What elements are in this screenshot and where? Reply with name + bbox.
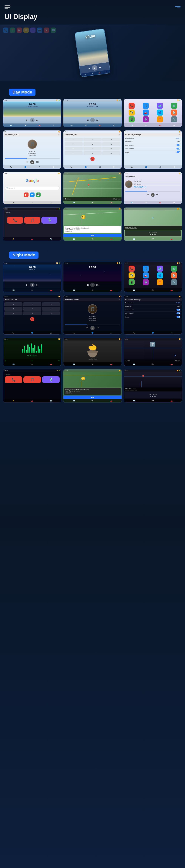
nav-n7[interactable]: 🗺 (91, 238, 93, 240)
eq-btn-next[interactable]: ⏭ (58, 360, 60, 362)
nav-a4[interactable]: 🎵 (159, 166, 161, 168)
app-extra1[interactable]: 📡 (171, 110, 177, 116)
prev-btn-day1[interactable]: ⏮ (26, 119, 28, 121)
app-phone-night[interactable]: 📞 (129, 266, 135, 272)
app-music[interactable]: 🎵 (143, 103, 149, 109)
app-extra3-night[interactable]: 🎙️ (143, 279, 149, 285)
nav-n-n6[interactable]: 🔵 (152, 332, 154, 334)
track-1[interactable]: 华乐_01.mp3 (134, 180, 181, 183)
app-waze[interactable]: 🗺️ (157, 103, 163, 109)
nav-a-n1[interactable]: 🚗 (50, 289, 52, 291)
btn-7[interactable]: 7 (64, 147, 83, 150)
play-btn-day2[interactable]: ⏸ (90, 118, 95, 122)
nav-n5[interactable]: 🗺 (145, 202, 147, 204)
nav-i3[interactable]: ⚙ (113, 166, 114, 168)
prev-night2[interactable]: ⏮ (86, 284, 89, 286)
app-extra4[interactable]: 📍 (157, 116, 163, 122)
nav-e-n4[interactable]: 📞 (12, 332, 14, 334)
app-settings[interactable]: ⚙️ (171, 103, 177, 109)
end-call-btn[interactable]: 📞 (90, 157, 95, 161)
app-settings-night[interactable]: ⚙️ (171, 266, 177, 272)
app-voicecar[interactable]: 🚗 (143, 110, 149, 116)
bottom-nav-email[interactable]: 📧 (84, 74, 86, 75)
nav-e-n9[interactable]: 📧 (133, 363, 135, 365)
setting-auto-connect-night[interactable]: Auto connect (124, 312, 182, 315)
setting-power-night[interactable]: Power (124, 315, 182, 319)
nav-i4[interactable]: ⚙ (174, 166, 175, 168)
prev-btn-day2[interactable]: ⏮ (86, 119, 89, 121)
play-night1[interactable]: ⏸ (30, 283, 34, 287)
nav-back2[interactable]: 📧 (73, 202, 75, 204)
nav-email2[interactable]: 📧 (71, 124, 73, 126)
nav-back[interactable]: ◀ (13, 202, 14, 204)
google-app-youtube[interactable]: ▶ (24, 192, 28, 197)
next-btn[interactable]: ⏭ (99, 66, 102, 69)
track-3[interactable]: 华乐_03_近距离.mp3 (134, 186, 181, 188)
nav-a-n2[interactable]: 🚗 (110, 289, 112, 291)
nav-i5[interactable]: ⚙ (173, 202, 175, 204)
app-waze-night[interactable]: 🗺️ (157, 266, 163, 272)
nav-e7[interactable]: 📧 (73, 238, 75, 240)
nav-n-n9[interactable]: 🗺 (152, 363, 154, 365)
go-button[interactable]: GO (63, 234, 122, 237)
nav-a-n6[interactable]: 🎵 (171, 332, 173, 334)
nav-e2[interactable]: 📞 (10, 166, 12, 168)
btn-star[interactable]: * (64, 151, 83, 155)
carplay-music[interactable]: 🎵 (24, 217, 40, 224)
carplay-night-music[interactable]: 🎵 (23, 376, 41, 383)
btn-0[interactable]: 0 (83, 151, 102, 155)
btn-n1[interactable]: 1 (4, 302, 23, 306)
play-bt[interactable]: ▶ (30, 160, 34, 164)
end-call-night[interactable]: 📞 (30, 317, 34, 321)
nav-e-n7[interactable]: 📧 (12, 363, 15, 365)
next-notplay-night[interactable]: ⏭ (154, 396, 156, 397)
prev-bt[interactable]: ⏮ (26, 160, 28, 164)
nav-e4[interactable]: 📞 (131, 166, 133, 168)
nav-e-n10[interactable]: ⚡ (12, 400, 14, 402)
setting-auto-answer[interactable]: Auto answer (124, 143, 182, 147)
setting-auto-connect[interactable]: Auto connect (124, 147, 182, 150)
play-notplay-night[interactable]: ▶ (152, 396, 153, 397)
nav-e-n5[interactable]: 📞 (73, 332, 75, 334)
nav-e-n6[interactable]: 📞 (133, 332, 135, 334)
nav-e-n8[interactable]: 📧 (73, 363, 75, 365)
prev-local[interactable]: ⏮ (147, 193, 149, 197)
nav-e1[interactable]: 📧 (131, 124, 133, 126)
setting-power[interactable]: Power (124, 150, 182, 154)
carplay-night-phone[interactable]: 📞 (5, 376, 22, 383)
carplay-phone[interactable]: 📞 (7, 217, 23, 224)
prev-bt-night[interactable]: ⏮ (86, 326, 88, 330)
nav-a2[interactable]: 🎵 (38, 166, 41, 168)
prev-notplay-night[interactable]: ⏮ (150, 396, 151, 397)
btn-2[interactable]: 2 (83, 137, 102, 142)
nav-n-n8[interactable]: 🗺 (91, 363, 93, 365)
bottom-nav-info[interactable]: ℹ (106, 71, 106, 72)
next-bt[interactable]: ⏭ (36, 160, 39, 164)
btn-n5[interactable]: 5 (23, 307, 41, 311)
next-night2[interactable]: ⏭ (96, 284, 99, 286)
menu-icon[interactable] (4, 3, 12, 11)
eq-btn-play[interactable]: ▶ (32, 360, 33, 362)
nav-n-n3[interactable]: 🗺 (152, 289, 154, 291)
nav-a5[interactable]: 🚗 (159, 202, 161, 204)
bottom-nav-auto[interactable]: 🚗 (98, 72, 100, 73)
nav-n-n12[interactable]: 🗺 (152, 400, 154, 402)
nav-n3[interactable]: 🔵 (85, 166, 87, 168)
nav-e8[interactable]: 📧 (133, 238, 135, 240)
google-search-bar[interactable]: 🔍 Search... (5, 186, 60, 190)
prev-night1[interactable]: ⏮ (26, 284, 28, 286)
play-local[interactable]: ▶ (151, 193, 155, 197)
btn-3[interactable]: 3 (102, 137, 121, 142)
nav-auto[interactable]: 🚗 (38, 124, 41, 126)
btn-n2[interactable]: 2 (23, 302, 41, 306)
nav-e6[interactable]: ⚡ (12, 238, 14, 240)
app-extra5[interactable]: 🔧 (171, 116, 177, 122)
nav-e-n12[interactable]: 📧 (133, 400, 135, 402)
play-notplay[interactable]: ▶ (152, 234, 153, 235)
app-extra5-night[interactable]: 🔧 (171, 279, 177, 285)
btn-4[interactable]: 4 (64, 142, 83, 146)
app-bt-night[interactable]: 🔵 (157, 272, 163, 278)
next-btn-day1[interactable]: ⏭ (36, 119, 38, 121)
nav-n-n10[interactable]: 🚗 (31, 400, 33, 402)
nav-n-n5[interactable]: 🔵 (91, 332, 94, 334)
